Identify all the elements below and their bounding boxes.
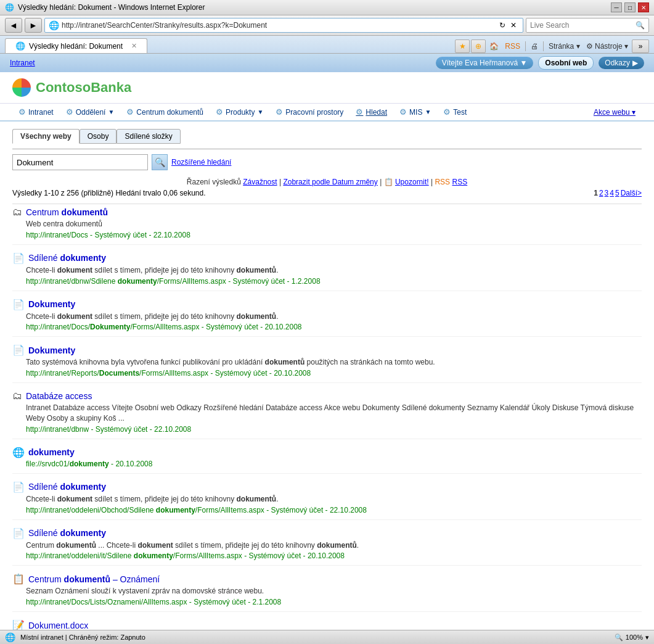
live-search-box[interactable]: 🔍	[526, 18, 649, 33]
result-3-link[interactable]: Dokumenty	[28, 299, 75, 309]
address-text: http://intranet/SearchCenter/Stranky/res…	[62, 21, 497, 30]
address-bar[interactable]: 🌐 http://intranet/SearchCenter/Stranky/r…	[44, 18, 523, 33]
result-1-icon: 🗂	[12, 207, 22, 218]
tab-close-icon[interactable]: ✕	[131, 42, 137, 50]
page-link-4[interactable]: 4	[610, 189, 614, 197]
result-item: 📄 Sdílené dokumenty Chcete-li dokument s…	[12, 252, 642, 291]
tab-persons[interactable]: Osoby	[80, 129, 117, 144]
result-7-link[interactable]: Sdílené dokumenty	[28, 482, 106, 492]
result-4-link[interactable]: Dokumenty	[28, 345, 75, 355]
links-label: Odkazy	[605, 59, 630, 67]
search-field[interactable]	[12, 154, 148, 170]
result-9-title: 📋 Centrum dokumentů – Oznámení	[12, 573, 642, 585]
browser-tab-bar: 🌐 Výsledky hledání: Dokument ✕ ★ ⊕ 🏠 RSS…	[0, 36, 654, 54]
result-item: 📋 Centrum dokumentů – Oznámení Seznam Oz…	[12, 573, 642, 612]
close-btn[interactable]: ✕	[638, 2, 649, 12]
result-8-link[interactable]: Sdílené dokumenty	[28, 528, 106, 538]
result-9-url-link[interactable]: http://intranet/Docs/Lists/Oznameni/AllI…	[26, 598, 187, 606]
result-6-link[interactable]: dokumenty	[28, 447, 75, 457]
result-6-url-link[interactable]: file://srvdc01/dokumenty	[26, 460, 109, 468]
result-7-url-link[interactable]: http://intranet/oddeleni/Obchod/Sdilene …	[26, 506, 264, 514]
intranet-breadcrumb-link[interactable]: Intranet	[10, 59, 35, 67]
result-8-url: http://intranet/oddeleni/it/Sdilene doku…	[26, 551, 642, 560]
tab-shared-folders[interactable]: Sdílené složky	[116, 129, 180, 144]
welcome-badge[interactable]: Vítejte Eva Heřmanová ▼	[436, 57, 534, 69]
page-link-3[interactable]: 3	[605, 189, 609, 197]
sort-date-link[interactable]: Zobrazit podle Datum změny	[283, 178, 377, 186]
nav-item-mis[interactable]: ⚙ MIS ▼	[393, 104, 437, 120]
status-bar: 🌐 Místní intranet | Chráněný režim: Zapn…	[0, 630, 654, 644]
result-1-url: http://intranet/Docs - Systémový účet - …	[26, 231, 642, 239]
page-link-5[interactable]: 5	[615, 189, 619, 197]
tab-all-webs[interactable]: Všechny weby	[12, 129, 80, 144]
back-button[interactable]: ◄	[5, 18, 22, 33]
browser-title: Výsledky hledání: Dokument - Windows Int…	[18, 3, 205, 12]
result-5-link[interactable]: Databáze access	[26, 391, 92, 401]
result-3-url-link[interactable]: http://intranet/Docs/Dokumenty/Forms/All…	[26, 323, 199, 331]
links-button[interactable]: Odkazy ▶	[599, 57, 644, 69]
minimize-btn[interactable]: ─	[611, 2, 622, 12]
main-content: Všechny weby Osoby Sdílené složky 🔍 Rozš…	[0, 122, 654, 644]
toolbar-more-btn[interactable]: »	[632, 39, 649, 53]
result-2-link[interactable]: Sdílené dokumenty	[28, 253, 106, 263]
result-2-url-link[interactable]: http://intranet/dbnw/Sdilene dokumenty/F…	[26, 277, 226, 286]
alert-link[interactable]: Upozornit!	[395, 178, 429, 186]
result-9-link[interactable]: Centrum dokumentů – Oznámení	[28, 574, 160, 584]
tools-btn[interactable]: ⚙ Nástroje ▾	[584, 42, 631, 51]
browser-tab[interactable]: 🌐 Výsledky hledání: Dokument ✕	[5, 38, 147, 53]
nav-icon-oddeleni: ⚙	[66, 107, 73, 117]
advanced-search-link[interactable]: Rozšířené hledání	[171, 158, 231, 167]
result-2-title: 📄 Sdílené dokumenty	[12, 252, 642, 264]
stop-button[interactable]: ✕	[508, 21, 519, 30]
main-content-wrapper: Všechny weby Osoby Sdílené složky 🔍 Rozš…	[0, 122, 654, 644]
result-10-link[interactable]: Dokument.docx	[28, 621, 88, 630]
result-5-icon: 🗂	[12, 390, 22, 402]
result-1-link[interactable]: Centrum dokumentů	[26, 207, 108, 217]
rss-link[interactable]: RSS	[452, 178, 467, 186]
page-btn[interactable]: Stránka ▾	[546, 42, 582, 51]
live-search-icon: 🔍	[636, 21, 645, 30]
forward-button[interactable]: ►	[25, 18, 42, 33]
nav-item-oddeleni[interactable]: ⚙ Oddělení ▼	[60, 104, 121, 120]
rss-btn[interactable]: RSS	[502, 42, 523, 51]
tab-title: Výsledky hledání: Dokument	[29, 42, 123, 51]
result-2-url: http://intranet/dbnw/Sdilene dokumenty/F…	[26, 277, 642, 286]
result-8-url-link[interactable]: http://intranet/oddeleni/it/Sdilene doku…	[26, 551, 242, 560]
results-count-text: Výsledky 1-10 z 256 (přibližně) Hledání …	[12, 189, 206, 197]
live-search-input[interactable]	[530, 21, 636, 30]
result-4-url-link[interactable]: http://intranet/Reports/Documents/Forms/…	[26, 369, 208, 378]
print-btn[interactable]: 🖨	[528, 42, 541, 51]
nav-icon-produkty: ⚙	[216, 107, 223, 117]
nav-item-pracovni[interactable]: ⚙ Pracovní prostory	[269, 104, 349, 120]
nav-item-akce-webu[interactable]: Akce webu ▾	[587, 104, 642, 120]
favorites-star-btn[interactable]: ★	[455, 39, 470, 53]
zoom-control[interactable]: 🔍 100% ▾	[615, 634, 649, 642]
result-5-url-link[interactable]: http://intranet/dbnw	[26, 425, 89, 434]
add-favorites-btn[interactable]: ⊕	[471, 39, 486, 53]
result-6-url: file://srvdc01/dokumenty - 20.10.2008	[26, 460, 642, 468]
result-4-icon: 📄	[12, 344, 25, 356]
page-next-link[interactable]: Další>	[621, 189, 642, 197]
nav-item-produkty[interactable]: ⚙ Produkty ▼	[210, 104, 269, 120]
sort-relevance-link[interactable]: Závažnost	[243, 178, 277, 186]
sort-label: Řazení výsledků	[187, 178, 243, 186]
result-8-icon: 📄	[12, 527, 25, 539]
rss-icon: RSS	[435, 178, 450, 186]
browser-favicon: 🌐	[49, 20, 59, 30]
nav-item-test[interactable]: ⚙ Test	[437, 104, 473, 120]
result-3-title: 📄 Dokumenty	[12, 299, 642, 310]
result-8-title: 📄 Sdílené dokumenty	[12, 527, 642, 539]
refresh-button[interactable]: ↻	[497, 21, 508, 30]
top-pagination: 1 2 3 4 5 Další>	[594, 189, 642, 197]
nav-item-centrum[interactable]: ⚙ Centrum dokumentů	[120, 104, 210, 120]
search-button[interactable]: 🔍	[152, 154, 168, 170]
result-1-url-link[interactable]: http://intranet/Docs	[26, 231, 88, 239]
result-item: 📄 Dokumenty Tato systémová knihovna byla…	[12, 344, 642, 383]
nav-item-hledat[interactable]: ⚙ Hledat	[349, 104, 393, 120]
page-link-2[interactable]: 2	[599, 189, 603, 197]
home-btn[interactable]: 🏠	[487, 42, 501, 51]
maximize-btn[interactable]: □	[624, 2, 636, 12]
personal-web-button[interactable]: Osobní web	[538, 56, 594, 70]
nav-item-intranet[interactable]: ⚙ Intranet	[12, 104, 60, 120]
nav-icon-test: ⚙	[443, 107, 451, 117]
